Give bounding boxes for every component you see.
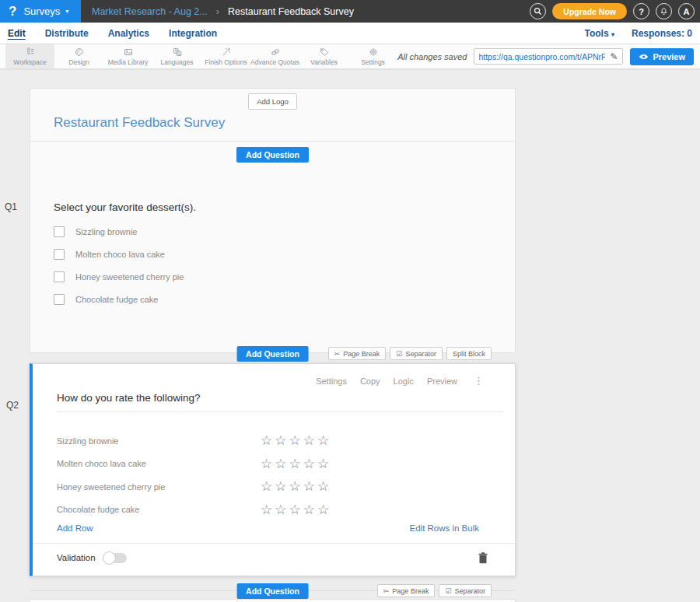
checkbox-option: Honey sweetened cherry pie <box>54 271 515 282</box>
row-actions: Add Row Edit Rows in Bulk <box>33 521 515 533</box>
question-preview-button[interactable]: Preview <box>427 376 457 386</box>
separator-icon: ☑ <box>396 350 402 358</box>
add-row-link[interactable]: Add Row <box>57 523 93 533</box>
edit-url-pencil-icon[interactable]: ✎ <box>605 51 622 62</box>
question-settings-button[interactable]: Settings <box>316 376 347 386</box>
editor-toolbar: Workspace Design Media Library A Languag… <box>0 44 700 70</box>
toolbar-item-languages[interactable]: A Languages <box>152 44 201 68</box>
separator-button[interactable]: ☑Separator <box>439 584 492 597</box>
tools-menu[interactable]: Tools ▾ <box>585 28 614 39</box>
question-2-card: Settings Copy Logic Preview ⋮ How do you… <box>30 363 516 576</box>
breadcrumb-folder[interactable]: Market Research - Aug 2... <box>92 6 208 17</box>
kebab-menu-icon[interactable]: ⋮ <box>474 375 484 387</box>
help-button[interactable]: ? <box>633 3 649 19</box>
toolbar-item-design[interactable]: Design <box>54 44 103 68</box>
checkbox-option: Molten choco lava cake <box>54 249 515 260</box>
tab-analytics[interactable]: Analytics <box>108 28 149 39</box>
toolbar-item-workspace[interactable]: Workspace <box>5 44 54 68</box>
section-nav: Edit Distribute Analytics Integration To… <box>0 23 700 44</box>
survey-url[interactable]: https://qa.questionpro.com/t/APNrFZgS <box>474 52 605 61</box>
rating-rows: Sizzling brownie ☆☆☆☆☆ Molten choco lava… <box>33 429 515 521</box>
question-copy-button[interactable]: Copy <box>360 376 380 386</box>
translate-icon: A <box>172 47 183 58</box>
search-button[interactable] <box>530 3 546 19</box>
delete-question-button[interactable] <box>478 552 488 564</box>
gear-icon <box>368 47 379 58</box>
eye-icon <box>639 53 649 61</box>
star-rating[interactable]: ☆☆☆☆☆ <box>261 434 331 447</box>
palette-icon <box>74 47 85 58</box>
top-bar: ? Surveys ▾ Market Research - Aug 2... ›… <box>0 0 700 23</box>
questionpro-survey-editor: ? Surveys ▾ Market Research - Aug 2... ›… <box>0 0 700 602</box>
question-2-text[interactable]: How do you rate the following? <box>57 392 515 404</box>
save-status: All changes saved <box>397 52 467 61</box>
chevron-down-icon: ▾ <box>65 8 68 15</box>
upgrade-now-button[interactable]: Upgrade Now <box>552 3 627 19</box>
tag-icon <box>319 47 330 58</box>
question-2-menu: Settings Copy Logic Preview ⋮ <box>33 364 515 387</box>
star-rating[interactable]: ☆☆☆☆☆ <box>261 480 331 493</box>
page-break-button[interactable]: ✂Page Break <box>377 584 436 597</box>
breadcrumb: Market Research - Aug 2... › Restaurant … <box>81 5 530 17</box>
insert-options: ✂Page Break ☑Separator Split Block <box>328 347 516 360</box>
add-logo-button[interactable]: Add Logo <box>248 93 297 110</box>
rating-row: Sizzling brownie ☆☆☆☆☆ <box>33 429 515 453</box>
surveys-product-menu[interactable]: ? Surveys ▾ <box>0 0 81 23</box>
topbar-actions: Upgrade Now ? A <box>530 3 700 19</box>
tab-distribute[interactable]: Distribute <box>45 28 89 39</box>
question-mark-icon: ? <box>639 7 644 16</box>
add-question-button[interactable]: Add Question <box>236 346 309 362</box>
question-number-q2: Q2 <box>6 400 19 411</box>
toolbar-right: All changes saved https://qa.questionpro… <box>397 44 700 68</box>
chain-links-icon <box>270 47 281 58</box>
rating-row: Molten choco lava cake ☆☆☆☆☆ <box>33 453 515 476</box>
image-icon <box>123 47 134 58</box>
page-break-button[interactable]: ✂Page Break <box>328 347 387 360</box>
add-question-button[interactable]: Add Question <box>236 583 309 599</box>
question-footer: Validation <box>33 543 515 572</box>
separator-button[interactable]: ☑Separator <box>390 347 443 360</box>
rating-row: Chocolate fudge cake ☆☆☆☆☆ <box>33 499 515 522</box>
product-menu-label: Surveys <box>23 5 60 17</box>
avatar-initial: A <box>684 7 690 16</box>
insert-row-after-q1: Add Question ✂Page Break ☑Separator Spli… <box>30 347 516 360</box>
validation-label: Validation <box>57 553 96 562</box>
breadcrumb-separator: › <box>216 5 219 17</box>
scissors-icon: ✂ <box>383 587 390 595</box>
survey-header-card: Add Logo Restaurant Feedback Survey Add … <box>30 88 516 353</box>
svg-text:A: A <box>177 52 180 56</box>
survey-title[interactable]: Restaurant Feedback Survey <box>54 115 515 131</box>
toggle-knob <box>103 551 116 565</box>
question-logic-button[interactable]: Logic <box>394 376 414 386</box>
checkbox[interactable] <box>54 249 65 260</box>
tab-edit[interactable]: Edit <box>8 28 26 39</box>
survey-url-field[interactable]: https://qa.questionpro.com/t/APNrFZgS ✎ <box>474 48 623 65</box>
insert-row-after-q2: Add Question ✂Page Break ☑Separator <box>30 584 516 597</box>
checkbox[interactable] <box>54 271 65 282</box>
question-1-text[interactable]: Select your favorite dessert(s). <box>54 201 515 213</box>
notifications-button[interactable] <box>656 3 672 19</box>
toolbar-item-settings[interactable]: Settings <box>348 44 397 68</box>
account-avatar[interactable]: A <box>678 3 695 19</box>
checkbox[interactable] <box>54 294 65 305</box>
checkbox[interactable] <box>54 226 65 237</box>
validation-toggle[interactable] <box>103 553 127 563</box>
responses-count[interactable]: Responses: 0 <box>632 28 692 39</box>
tab-integration[interactable]: Integration <box>169 28 217 39</box>
toolbar-item-variables[interactable]: Variables <box>299 44 348 68</box>
edit-rows-in-bulk-link[interactable]: Edit Rows in Bulk <box>410 523 479 533</box>
nav-right: Tools ▾ Responses: 0 <box>585 28 693 39</box>
toolbar-item-finish-options[interactable]: Finish Options <box>201 44 250 68</box>
star-rating[interactable]: ☆☆☆☆☆ <box>261 457 331 471</box>
star-rating[interactable]: ☆☆☆☆☆ <box>261 503 331 516</box>
preview-button[interactable]: Preview <box>630 48 694 65</box>
toolbar-item-advance-quotas[interactable]: Advance Quotas <box>250 44 299 68</box>
separator-icon: ☑ <box>445 587 451 595</box>
toolbar-item-media-library[interactable]: Media Library <box>103 44 152 68</box>
split-block-button[interactable]: Split Block <box>446 347 492 360</box>
add-question-button[interactable]: Add Question <box>236 147 309 163</box>
trash-icon <box>478 552 488 564</box>
chevron-down-icon: ▾ <box>611 31 614 38</box>
survey-header: Add Logo Restaurant Feedback Survey <box>30 89 515 142</box>
bell-icon <box>660 7 668 16</box>
